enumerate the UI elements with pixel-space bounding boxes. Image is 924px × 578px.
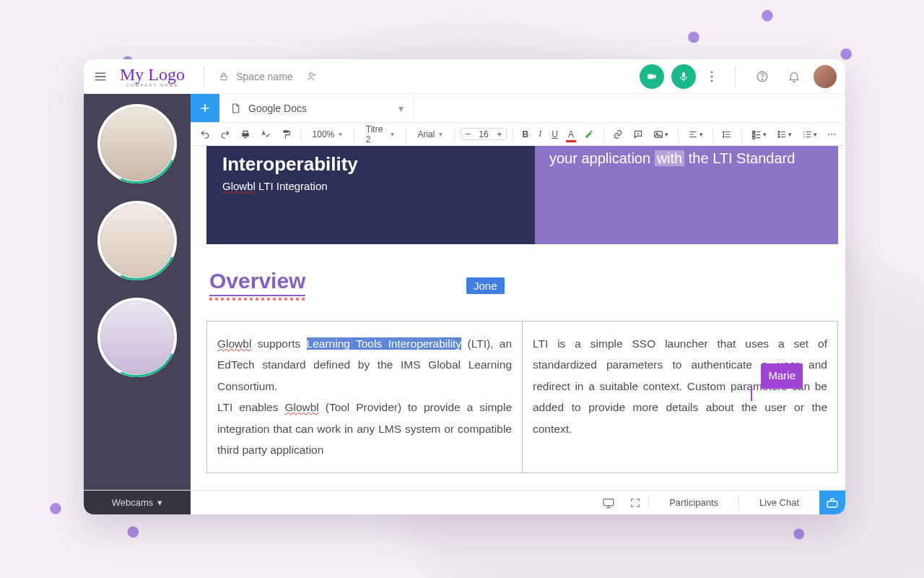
- font-size-increase[interactable]: +: [493, 129, 506, 139]
- add-tab-button[interactable]: +: [191, 94, 219, 122]
- document-toolbar: 100%▾ Titre 2▾ Arial▾ − 16 + B I U A: [191, 123, 845, 146]
- overview-heading: Overview: [209, 269, 305, 296]
- present-icon[interactable]: [595, 497, 622, 509]
- chevron-down-icon: ▾: [157, 497, 162, 508]
- doc-subtitle: Glowbl LTI Integration: [222, 180, 519, 192]
- topbar: My Logo COMPANY NAME Space name: [84, 59, 845, 94]
- svg-point-21: [840, 48, 853, 60]
- spellcheck-button[interactable]: [257, 127, 274, 142]
- print-button[interactable]: [237, 127, 254, 142]
- help-icon[interactable]: [750, 70, 775, 83]
- bulleted-list-button[interactable]: ▾: [773, 127, 796, 142]
- text-color-button[interactable]: A: [565, 127, 578, 142]
- checklist-button[interactable]: ▾: [748, 127, 770, 142]
- main-area: + Google Docs ▾ 100%▾ Titre 2▾ Ar: [191, 94, 845, 490]
- divider: [204, 66, 204, 87]
- collaborator-cursor-marie: Marie: [761, 363, 803, 389]
- font-family-select[interactable]: Arial▾: [411, 128, 448, 141]
- webcams-toggle[interactable]: Webcams ▾: [84, 491, 191, 514]
- user-avatar[interactable]: [814, 65, 837, 88]
- align-button[interactable]: ▾: [684, 127, 707, 142]
- italic-button[interactable]: I: [535, 126, 545, 142]
- svg-rect-53: [603, 499, 614, 505]
- divider: [735, 66, 736, 87]
- doc-column-right: LTI is a simple SSO launcher that uses a…: [522, 322, 837, 473]
- fullscreen-icon[interactable]: [622, 497, 648, 509]
- logo-text: My Logo: [120, 65, 185, 84]
- insert-link-button[interactable]: [609, 127, 627, 142]
- microphone-button[interactable]: [671, 64, 696, 89]
- tab-row: + Google Docs ▾: [191, 94, 845, 123]
- logo-subtext: COMPANY NAME: [120, 83, 185, 87]
- content-source-label: Google Docs: [248, 103, 307, 114]
- svg-rect-46: [753, 137, 755, 139]
- selected-text: Learning Tools Interoperability: [307, 337, 462, 350]
- bold-button[interactable]: B: [519, 127, 533, 142]
- redo-button[interactable]: [217, 127, 234, 142]
- insert-image-button[interactable]: ▾: [650, 127, 672, 142]
- zoom-select[interactable]: 100%▾: [307, 128, 349, 141]
- svg-rect-35: [648, 74, 653, 79]
- font-size-decrease[interactable]: −: [461, 129, 474, 139]
- svg-rect-54: [827, 501, 837, 506]
- app-window: My Logo COMPANY NAME Space name: [84, 59, 845, 514]
- toolbar-more-button[interactable]: ⋯: [824, 127, 840, 142]
- collaborator-cursor-jone: Jone: [466, 277, 505, 294]
- doc-title: Interoperability: [222, 153, 519, 176]
- paragraph-style-select[interactable]: Titre 2▾: [360, 123, 400, 146]
- undo-button[interactable]: [196, 127, 214, 142]
- svg-point-9: [688, 31, 700, 43]
- doc-column-left: Glowbl supports Learning Tools Interoper…: [207, 322, 522, 473]
- svg-rect-33: [221, 76, 227, 79]
- document-canvas[interactable]: Interoperability Glowbl LTI Integration …: [191, 146, 845, 490]
- collaborator-caret-marie: [751, 385, 752, 401]
- svg-point-41: [762, 79, 762, 79]
- participants-tab[interactable]: Participants: [649, 497, 738, 508]
- svg-point-47: [778, 131, 780, 132]
- svg-point-11: [127, 526, 139, 538]
- lock-icon: [219, 72, 229, 82]
- doc-two-column: Glowbl supports Learning Tools Interoper…: [206, 321, 838, 473]
- doc-header-band: Interoperability Glowbl LTI Integration …: [206, 146, 838, 244]
- notifications-icon[interactable]: [782, 70, 806, 83]
- svg-rect-36: [682, 72, 685, 77]
- svg-point-49: [778, 136, 780, 137]
- content-source-select[interactable]: Google Docs ▾: [219, 94, 414, 122]
- more-options-icon[interactable]: [703, 71, 720, 82]
- insert-comment-button[interactable]: [629, 127, 647, 142]
- numbered-list-button[interactable]: 123▾: [798, 127, 821, 142]
- font-size-control: − 16 +: [461, 128, 507, 140]
- svg-point-10: [761, 9, 773, 22]
- live-chat-tab[interactable]: Live Chat: [739, 497, 819, 508]
- font-size-value[interactable]: 16: [474, 129, 493, 139]
- camera-button[interactable]: [640, 64, 664, 89]
- svg-point-38: [710, 75, 712, 77]
- participant-webcam[interactable]: [97, 104, 177, 184]
- underline-button[interactable]: U: [548, 127, 562, 142]
- doc-icon: [230, 103, 241, 114]
- webcam-sidebar: [84, 94, 191, 490]
- svg-point-39: [710, 79, 712, 82]
- space-name[interactable]: Space name: [236, 71, 293, 82]
- svg-point-32: [793, 528, 805, 540]
- highlight-button[interactable]: [580, 127, 598, 142]
- svg-rect-45: [753, 134, 755, 136]
- svg-point-34: [309, 73, 313, 77]
- doc-header-right: your application with the LTI Standard: [535, 146, 838, 244]
- format-paint-button[interactable]: [277, 127, 295, 142]
- svg-point-48: [778, 134, 780, 135]
- menu-icon[interactable]: [92, 69, 108, 85]
- participant-webcam[interactable]: [97, 298, 177, 377]
- add-user-icon[interactable]: [306, 71, 318, 82]
- line-spacing-button[interactable]: [718, 127, 736, 142]
- svg-point-37: [710, 71, 712, 73]
- participant-webcam[interactable]: [97, 201, 177, 280]
- svg-text:3: 3: [803, 135, 805, 138]
- logo: My Logo COMPANY NAME: [116, 66, 189, 87]
- doc-header-left: Interoperability Glowbl LTI Integration: [206, 146, 535, 244]
- chevron-down-icon: ▾: [398, 103, 404, 114]
- toolbox-button[interactable]: [819, 491, 845, 514]
- bottom-bar: Webcams ▾ Participants Live Chat: [84, 490, 845, 514]
